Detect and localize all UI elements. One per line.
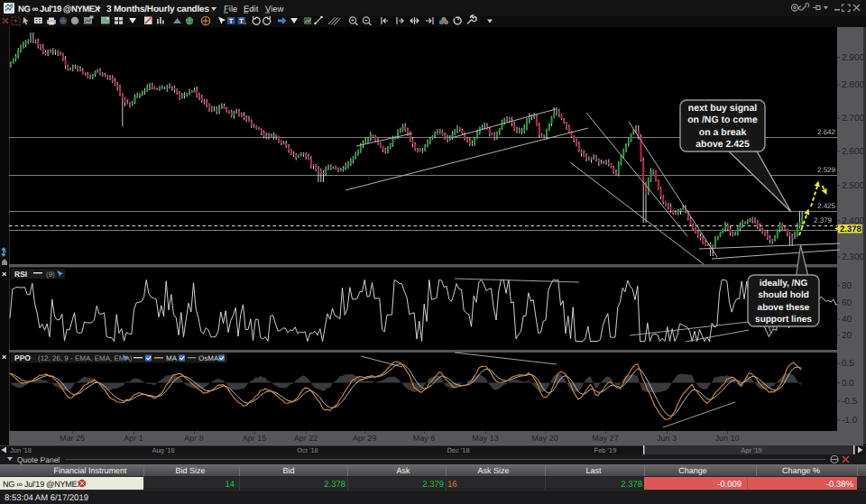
- svg-text:NG ∞ Jul'19 @NYMEX: NG ∞ Jul'19 @NYMEX: [3, 480, 82, 489]
- svg-text:above these: above these: [758, 303, 810, 313]
- svg-text:OsMA: OsMA: [198, 354, 219, 362]
- svg-text:on a break: on a break: [699, 127, 747, 138]
- svg-text:Oct '18: Oct '18: [297, 446, 318, 454]
- svg-text:2.500: 2.500: [842, 181, 864, 191]
- svg-text:T: T: [239, 17, 244, 25]
- svg-text:40: 40: [842, 315, 852, 325]
- svg-text:2.378: 2.378: [840, 225, 861, 234]
- svg-text:should hold: should hold: [758, 290, 809, 300]
- svg-text:Jun 3: Jun 3: [657, 434, 677, 443]
- svg-text:2.600: 2.600: [842, 147, 864, 157]
- svg-text:May 20: May 20: [531, 434, 558, 443]
- svg-text:next buy signal: next buy signal: [688, 103, 758, 114]
- svg-text:Jun '18: Jun '18: [10, 446, 32, 454]
- svg-text:0.5: 0.5: [842, 359, 854, 369]
- svg-text:Apr 8: Apr 8: [184, 434, 204, 443]
- svg-text:May 27: May 27: [592, 434, 619, 443]
- svg-text:60: 60: [842, 298, 852, 308]
- svg-text:2.700: 2.700: [842, 114, 864, 124]
- svg-text:Financial Instrument: Financial Instrument: [53, 466, 127, 475]
- svg-text:Mar 25: Mar 25: [60, 434, 85, 443]
- svg-text:on /NG to come: on /NG to come: [687, 115, 758, 125]
- svg-text:-0.009: -0.009: [717, 480, 742, 490]
- svg-text:-0.5: -0.5: [842, 397, 858, 407]
- svg-text:2.529: 2.529: [817, 166, 836, 174]
- svg-text:2.379: 2.379: [814, 216, 833, 225]
- svg-text:8:53:04 AM 6/17/2019: 8:53:04 AM 6/17/2019: [5, 493, 88, 503]
- svg-text:May 6: May 6: [413, 434, 436, 443]
- svg-text:T: T: [229, 17, 234, 25]
- svg-text:0.0: 0.0: [842, 379, 854, 389]
- svg-text:Jun 10: Jun 10: [714, 434, 739, 443]
- svg-text:above 2.425: above 2.425: [696, 139, 750, 150]
- svg-text:20: 20: [842, 331, 852, 341]
- svg-text:Apr 15: Apr 15: [243, 434, 267, 443]
- svg-text:(12, 26, 9 - EMA, EMA, EMA): (12, 26, 9 - EMA, EMA, EMA): [38, 354, 133, 362]
- svg-text:2.800: 2.800: [842, 80, 864, 90]
- svg-text:Bid: Bid: [282, 466, 294, 475]
- svg-text:Change: Change: [678, 466, 707, 475]
- svg-text:Ask Size: Ask Size: [477, 466, 509, 475]
- svg-text:Last: Last: [585, 466, 602, 475]
- svg-text:2.378: 2.378: [621, 480, 642, 490]
- svg-text:2.300: 2.300: [842, 252, 864, 262]
- svg-text:May 13: May 13: [472, 434, 499, 443]
- svg-text:Apr '19: Apr '19: [741, 446, 762, 454]
- svg-text:14: 14: [225, 480, 235, 490]
- svg-text:ideally, /NG: ideally, /NG: [760, 279, 808, 289]
- svg-text:Feb '19: Feb '19: [594, 446, 617, 454]
- svg-text:Apr 1: Apr 1: [124, 434, 143, 443]
- svg-text:2.900: 2.900: [842, 53, 864, 63]
- svg-text:support lines: support lines: [755, 315, 812, 325]
- svg-text:3 Months/Hourly candles: 3 Months/Hourly candles: [106, 5, 209, 14]
- svg-text:Apr 22: Apr 22: [294, 434, 318, 443]
- svg-text:NG ∞ Jul'19 @NYMEX: NG ∞ Jul'19 @NYMEX: [18, 5, 101, 14]
- svg-text:2.378: 2.378: [324, 480, 345, 490]
- svg-text:×: ×: [2, 270, 6, 279]
- svg-text:(9): (9): [46, 270, 55, 279]
- svg-text:Quote Panel: Quote Panel: [17, 455, 60, 464]
- svg-text:Apr 29: Apr 29: [353, 434, 377, 443]
- svg-text:Ask: Ask: [396, 466, 410, 475]
- svg-text:-1.0: -1.0: [842, 416, 858, 426]
- svg-text:2.379: 2.379: [422, 480, 444, 490]
- svg-text:MA: MA: [166, 354, 178, 362]
- svg-text:×: ×: [2, 353, 6, 362]
- svg-text:Aug '18: Aug '18: [152, 446, 174, 454]
- svg-text:16: 16: [447, 480, 457, 490]
- svg-text:RSI: RSI: [14, 270, 27, 279]
- svg-text:2.642: 2.642: [817, 128, 836, 136]
- svg-text:-0.38%: -0.38%: [826, 480, 854, 490]
- svg-text:Dec '18: Dec '18: [447, 446, 469, 454]
- svg-text:2.425: 2.425: [817, 202, 836, 210]
- svg-text:PPO: PPO: [14, 353, 31, 362]
- svg-text:80: 80: [842, 281, 852, 291]
- svg-text:Bid Size: Bid Size: [175, 466, 205, 475]
- svg-text:Change %: Change %: [782, 466, 820, 475]
